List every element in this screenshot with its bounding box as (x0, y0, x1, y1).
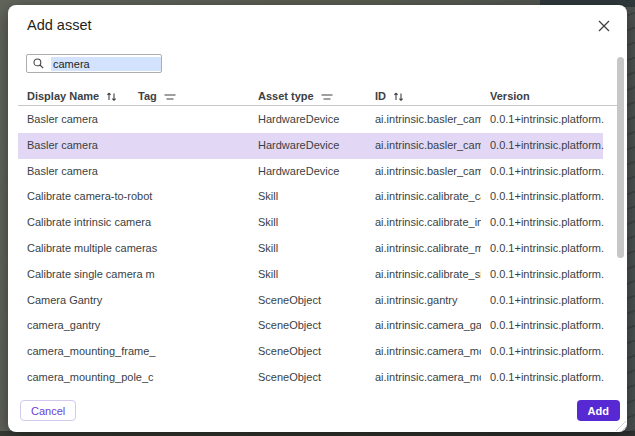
cell-version: 0.0.1+intrinsic.platform.20 (490, 107, 604, 133)
cell-id: ai.intrinsic.camera_mounti (375, 365, 481, 391)
cell-id: ai.intrinsic.calibrate_multip (375, 236, 481, 262)
cell-tag (140, 107, 220, 133)
table-row[interactable]: Basler cameraHardwareDeviceai.intrinsic.… (18, 133, 603, 159)
cell-id: ai.intrinsic.calibrate_single (375, 262, 481, 288)
table-row[interactable]: Basler cameraHardwareDeviceai.intrinsic.… (18, 159, 603, 185)
cell-tag (140, 133, 220, 159)
cell-id: ai.intrinsic.camera_mounti (375, 339, 481, 365)
column-label: Display Name (27, 88, 99, 105)
cell-type: Skill (258, 184, 358, 210)
cancel-button[interactable]: Cancel (20, 400, 76, 421)
cell-name: camera_mounting_frame_ (27, 339, 158, 365)
sort-icon[interactable] (393, 91, 404, 102)
asset-table: Basler cameraHardwareDeviceai.intrinsic.… (8, 107, 627, 391)
cell-id: ai.intrinsic.calibrate_intrins (375, 210, 481, 236)
sort-icon[interactable] (106, 91, 117, 102)
cell-name: Calibrate single camera m (27, 262, 158, 288)
cell-id: ai.intrinsic.basler_camera_ (375, 159, 481, 185)
cell-type: Skill (258, 210, 358, 236)
table-row[interactable]: Calibrate intrinsic cameraSkillai.intrin… (18, 210, 603, 236)
column-header-id[interactable]: ID (375, 88, 404, 105)
table-header: Display NameTagAsset typeIDVersion (8, 88, 627, 105)
cell-tag (140, 339, 220, 365)
cell-name: Calibrate camera-to-robot (27, 184, 158, 210)
dialog-title: Add asset (27, 17, 92, 33)
column-header-display-name[interactable]: Display Name (27, 88, 117, 105)
cell-tag (140, 210, 220, 236)
cell-version: 0.0.1+intrinsic.platform.20 (490, 210, 604, 236)
cell-tag (140, 262, 220, 288)
table-row[interactable]: Calibrate single camera mSkillai.intrins… (18, 262, 603, 288)
table-row[interactable]: camera_gantrySceneObjectai.intrinsic.cam… (18, 313, 603, 339)
table-row[interactable]: Calibrate camera-to-robotSkillai.intrins… (18, 184, 603, 210)
search-value: camera (51, 57, 161, 71)
cell-name: Basler camera (27, 107, 158, 133)
cell-tag (140, 184, 220, 210)
cell-version: 0.0.1+intrinsic.platform.20 (490, 159, 604, 185)
cell-id: ai.intrinsic.basler_camera_ (375, 133, 481, 159)
column-label: ID (375, 88, 386, 105)
cell-type: Skill (258, 236, 358, 262)
cell-name: Calibrate multiple cameras (27, 236, 158, 262)
cell-id: ai.intrinsic.camera_gantry (375, 313, 481, 339)
table-row[interactable]: camera_mounting_frame_SceneObjectai.intr… (18, 339, 603, 365)
cell-version: 0.0.1+intrinsic.platform.20 (490, 288, 604, 314)
cell-name: Basler camera (27, 159, 158, 185)
search-input[interactable]: camera (26, 54, 162, 73)
cell-name: Calibrate intrinsic camera (27, 210, 158, 236)
table-row[interactable]: camera_mounting_pole_cSceneObjectai.intr… (18, 365, 603, 391)
table-row[interactable]: Camera GantrySceneObjectai.intrinsic.gan… (18, 288, 603, 314)
cell-version: 0.0.1+intrinsic.platform.20 (490, 184, 604, 210)
cell-type: HardwareDevice (258, 107, 358, 133)
cell-type: HardwareDevice (258, 159, 358, 185)
cell-type: SceneObject (258, 288, 358, 314)
cell-tag (140, 159, 220, 185)
cell-version: 0.0.1+intrinsic.platform.20 (490, 236, 604, 262)
cell-version: 0.0.1+intrinsic.platform.20 (490, 262, 604, 288)
cell-tag (140, 288, 220, 314)
cell-version: 0.0.1+intrinsic.platform.20 (490, 339, 604, 365)
cell-type: SceneObject (258, 365, 358, 391)
scrollbar[interactable] (617, 57, 624, 258)
cell-type: SceneObject (258, 313, 358, 339)
column-header-asset-type[interactable]: Asset type (258, 88, 333, 105)
cell-id: ai.intrinsic.basler_camera (375, 107, 481, 133)
cell-id: ai.intrinsic.calibrate_came (375, 184, 481, 210)
close-button[interactable] (595, 18, 613, 36)
cell-version: 0.0.1+intrinsic.platform.20 (490, 365, 604, 391)
header-divider (18, 105, 618, 106)
column-header-version[interactable]: Version (490, 88, 530, 105)
cell-type: HardwareDevice (258, 133, 358, 159)
cell-version: 0.0.1+intrinsic.platform.20 (490, 313, 604, 339)
table-row[interactable]: Basler cameraHardwareDeviceai.intrinsic.… (18, 107, 603, 133)
column-header-tag[interactable]: Tag (138, 88, 176, 105)
cell-type: SceneObject (258, 339, 358, 365)
filter-icon[interactable] (164, 93, 176, 101)
add-button[interactable]: Add (577, 400, 620, 421)
search-icon (33, 58, 44, 69)
cell-name: Basler camera (27, 133, 158, 159)
cell-tag (140, 313, 220, 339)
table-row[interactable]: Calibrate multiple camerasSkillai.intrin… (18, 236, 603, 262)
filter-icon[interactable] (321, 93, 333, 101)
cell-name: camera_mounting_pole_c (27, 365, 158, 391)
cell-tag (140, 365, 220, 391)
column-label: Tag (138, 88, 157, 105)
close-icon (598, 18, 610, 36)
cell-version: 0.0.1+intrinsic.platform.20 (490, 133, 604, 159)
cell-type: Skill (258, 262, 358, 288)
cell-name: Camera Gantry (27, 288, 158, 314)
cell-id: ai.intrinsic.gantry (375, 288, 481, 314)
cell-tag (140, 236, 220, 262)
background-scene-lines (626, 0, 635, 436)
column-label: Version (490, 88, 530, 105)
add-asset-dialog: Add asset camera Display NameTagAsset ty… (8, 5, 627, 432)
cell-name: camera_gantry (27, 313, 158, 339)
column-label: Asset type (258, 88, 314, 105)
